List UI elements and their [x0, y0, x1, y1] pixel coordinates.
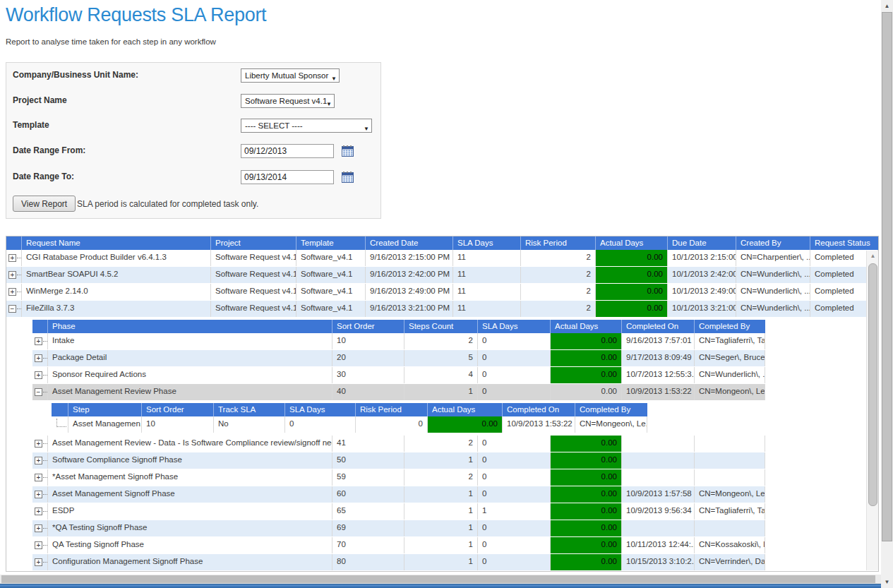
- date-from-input[interactable]: [241, 144, 334, 158]
- phase-row[interactable]: +Sponsor Required Actions30400.0010/7/20…: [6, 367, 878, 384]
- page-vertical-scrollbar[interactable]: ▲ ▼: [881, 0, 893, 588]
- phase-row[interactable]: +Asset Management Review - Data - Is Sof…: [6, 436, 878, 452]
- tree-branch-icon: [56, 419, 66, 427]
- col-header-due-date[interactable]: Due Date: [668, 236, 736, 250]
- request-table-header: Request NameProjectTemplateCreated DateS…: [6, 236, 878, 250]
- col-header-phase[interactable]: Phase: [48, 320, 332, 333]
- expand-plus-icon[interactable]: +: [35, 440, 42, 448]
- col-header-actual-days[interactable]: Actual Days: [551, 320, 622, 333]
- cell-sort: 41: [332, 436, 404, 452]
- collapse-minus-icon[interactable]: −: [35, 388, 42, 396]
- indent-spacer: [6, 384, 32, 400]
- col-header-created-date[interactable]: Created Date: [366, 236, 453, 250]
- grid-vertical-scrollbar[interactable]: ▲: [866, 251, 878, 570]
- cell-actual-days: 0.00: [551, 452, 622, 469]
- expand-plus-icon[interactable]: +: [35, 541, 42, 549]
- request-row[interactable]: −FileZilla 3.7.3Software Request v4.1Sof…: [6, 301, 878, 318]
- phase-row[interactable]: +*QA Testing Signoff Phase69100.00: [6, 520, 878, 537]
- cell-expander: +: [6, 250, 22, 266]
- col-header-risk-period[interactable]: Risk Period: [356, 403, 428, 416]
- phase-row[interactable]: +*Asset Management Signoff Phase59200.00: [6, 469, 878, 486]
- col-header-completed-by[interactable]: Completed By: [695, 320, 765, 333]
- cell-created: 9/16/2013 2:49:00 PM: [366, 284, 453, 300]
- cell-completed-by: CN=Mongeon\, Le...: [695, 486, 765, 503]
- indent-spacer: [6, 486, 32, 503]
- dotted-connector: [17, 308, 21, 309]
- phase-row[interactable]: +Asset Management Signoff Phase60100.001…: [6, 486, 878, 503]
- col-header-risk-period[interactable]: Risk Period: [521, 236, 596, 250]
- expand-plus-icon[interactable]: +: [8, 271, 16, 279]
- expand-plus-icon[interactable]: +: [35, 354, 42, 362]
- date-to-input[interactable]: [241, 170, 334, 184]
- phase-row[interactable]: +Software Compliance Signoff Phase50100.…: [6, 452, 878, 469]
- expand-plus-icon[interactable]: +: [8, 254, 16, 262]
- phase-row[interactable]: +Configuration Management Signoff Phase8…: [6, 554, 878, 571]
- expand-plus-icon[interactable]: +: [8, 288, 16, 296]
- cell-sort: 69: [332, 520, 404, 536]
- indent-spacer: [6, 436, 32, 452]
- phase-row[interactable]: +QA Testing Signoff Phase70100.0010/11/2…: [6, 537, 878, 554]
- col-header-sla-days[interactable]: SLA Days: [478, 320, 551, 333]
- calendar-icon[interactable]: [342, 145, 354, 160]
- col-header-sort-order[interactable]: Sort Order: [332, 320, 404, 333]
- step-table-header: StepSort OrderTrack SLASLA DaysRisk Peri…: [6, 403, 878, 416]
- phase-row[interactable]: +Package Detail20500.009/17/2013 8:09:49…: [6, 350, 878, 367]
- col-header-project[interactable]: Project: [211, 236, 296, 250]
- cell-expander: +: [6, 284, 22, 300]
- cell-name: Asset Management Signoff Phase: [48, 486, 332, 503]
- company-select[interactable]: Liberty Mutual Sponsor ▼: [241, 68, 340, 83]
- step-row[interactable]: Asset Managemen...10No000.0010/9/2013 1:…: [6, 416, 878, 433]
- grid-scrollbar-thumb[interactable]: [868, 263, 877, 506]
- col-header-track-sla[interactable]: Track SLA: [214, 403, 285, 416]
- scroll-up-arrow-icon[interactable]: ▲: [881, 0, 893, 12]
- col-header-steps-count[interactable]: Steps Count: [404, 320, 478, 333]
- col-header-sort-order[interactable]: Sort Order: [142, 403, 214, 416]
- col-header-completed-by[interactable]: Completed By: [575, 403, 647, 416]
- cell-actual-days: 0.00: [596, 250, 668, 266]
- col-header-completed-on[interactable]: Completed On: [503, 403, 575, 416]
- expand-plus-icon[interactable]: +: [35, 337, 42, 345]
- calendar-icon[interactable]: [342, 172, 354, 186]
- col-header-request-name[interactable]: Request Name: [22, 236, 211, 250]
- expand-plus-icon[interactable]: +: [35, 491, 42, 498]
- horizontal-scrollbar-thumb[interactable]: [1, 575, 875, 583]
- view-report-button[interactable]: View Report: [13, 196, 76, 212]
- expand-plus-icon[interactable]: +: [35, 524, 42, 532]
- request-row[interactable]: +SmartBear SOAPUI 4.5.2Software Request …: [6, 267, 878, 284]
- cell-actual-days: 0.00: [596, 301, 668, 317]
- cell-name: ESDP: [48, 503, 332, 520]
- horizontal-scrollbar[interactable]: [0, 575, 881, 584]
- col-header-created-by[interactable]: Created By: [736, 236, 810, 250]
- col-header-completed-on[interactable]: Completed On: [622, 320, 695, 333]
- cell-completed-by: CN=Mongeon\, Le...: [695, 384, 765, 400]
- scroll-down-arrow-icon[interactable]: ▼: [881, 576, 893, 588]
- col-header-step[interactable]: Step: [68, 403, 142, 416]
- col-header-actual-days[interactable]: Actual Days: [596, 236, 668, 250]
- phase-row[interactable]: +ESDP65110.0010/9/2013 9:56:34 ...CN=Tag…: [6, 503, 878, 520]
- request-row[interactable]: +WinMerge 2.14.0Software Request v4.1Sof…: [6, 284, 878, 301]
- col-header-actual-days[interactable]: Actual Days: [428, 403, 503, 416]
- page-scrollbar-thumb[interactable]: [882, 12, 892, 541]
- phase-row[interactable]: +Intake10200.009/16/2013 7:57:01 ...CN=T…: [6, 333, 878, 350]
- cell-sort: 80: [332, 554, 404, 570]
- col-header-sla-days[interactable]: SLA Days: [285, 403, 356, 416]
- expand-plus-icon[interactable]: +: [35, 457, 42, 464]
- expand-plus-icon[interactable]: +: [35, 558, 42, 566]
- template-select[interactable]: ---- SELECT ---- ▼: [241, 119, 372, 133]
- phase-row[interactable]: −Asset Management Review Phase40100.0010…: [6, 384, 878, 401]
- collapse-minus-icon[interactable]: −: [8, 305, 16, 313]
- col-header-request-status[interactable]: Request Status: [810, 236, 878, 250]
- dotted-connector: [43, 528, 47, 529]
- cell-steps-count: 1: [404, 452, 478, 469]
- dotted-connector: [43, 443, 47, 444]
- cell-steps-count: 4: [404, 367, 478, 383]
- project-select[interactable]: Software Request v4.1 ▼: [241, 94, 335, 108]
- expand-plus-icon[interactable]: +: [35, 474, 42, 481]
- col-header-sla-days[interactable]: SLA Days: [453, 236, 521, 250]
- scroll-up-arrow-icon[interactable]: ▲: [867, 251, 879, 262]
- expand-plus-icon[interactable]: +: [35, 371, 42, 379]
- cell-expander: +: [32, 537, 48, 553]
- request-row[interactable]: +CGI Ratabase Product Builder v6.4.1.3So…: [6, 250, 878, 267]
- expand-plus-icon[interactable]: +: [35, 508, 42, 515]
- col-header-template[interactable]: Template: [296, 236, 366, 250]
